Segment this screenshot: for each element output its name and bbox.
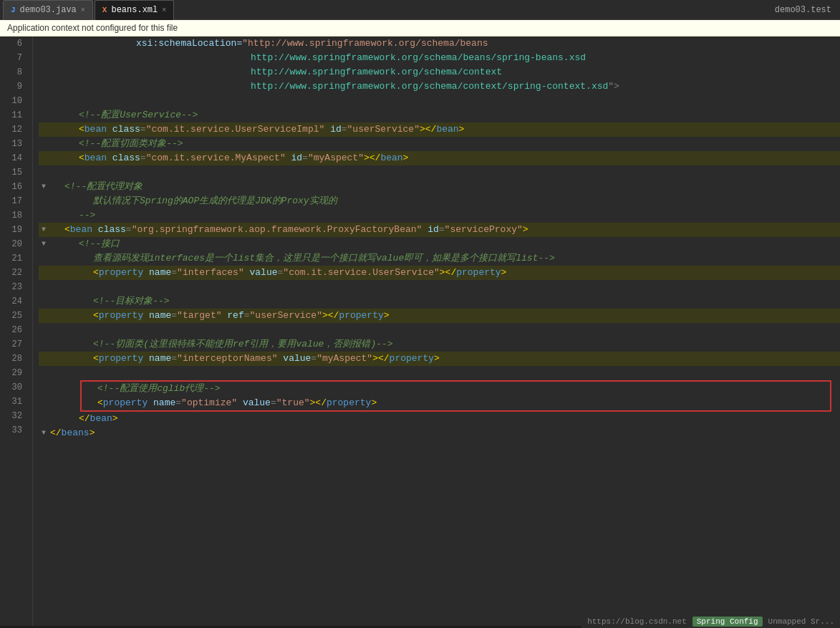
line-num-24: 24 (0, 294, 26, 309)
red-border-group: <!--配置使用cglib代理--> <property name="optim… (80, 380, 831, 412)
line-num-22: 22 (0, 266, 26, 280)
code-line-22: <property name="interfaces" value="com.i… (39, 266, 840, 280)
line-num-25: 25 (0, 309, 26, 323)
code-line-15 (39, 165, 840, 180)
code-line-17: 默认情况下Spring的AOP生成的代理是JDK的Proxy实现的 (39, 194, 840, 208)
line-num-23: 23 (0, 280, 26, 294)
code-line-7: http://www.springframework.org/schema/be… (39, 51, 840, 65)
line-num-33: 33 (0, 423, 26, 438)
code-line-13: <!--配置切面类对象--> (39, 137, 840, 151)
code-line-12: <bean class="com.it.service.UserServiceI… (39, 122, 840, 137)
code-line-23 (39, 280, 840, 294)
code-line-29 (39, 366, 840, 380)
editor-area: 6 7 8 9 10 11 12 13 14 15 16 17 18 19 20… (0, 37, 840, 626)
code-line-30: <!--配置使用cglib代理--> (82, 382, 830, 396)
tab-beans-xml[interactable]: X beans.xml × (95, 0, 174, 20)
status-url: https://blog.csdn.net (587, 617, 687, 626)
code-line-26 (39, 323, 840, 337)
line-num-21: 21 (0, 251, 26, 266)
java-file-icon: J (11, 6, 16, 14)
line-num-26: 26 (0, 323, 26, 337)
tab-demo03-java[interactable]: J demo03.java × (3, 0, 93, 20)
line-numbers: 6 7 8 9 10 11 12 13 14 15 16 17 18 19 20… (0, 37, 33, 626)
line-num-18: 18 (0, 208, 26, 223)
code-line-28: <property name="interceptorNames" value=… (39, 352, 840, 366)
code-line-6: xsi:schemaLocation="http://www.springfra… (39, 37, 840, 51)
unmapped-text: Unmapped Sr... (768, 617, 834, 626)
code-line-11: <!--配置UserService--> (39, 108, 840, 122)
line-num-17: 17 (0, 194, 26, 208)
editor-window: J demo03.java × X beans.xml × demo03.tes… (0, 0, 840, 626)
line-num-28: 28 (0, 352, 26, 366)
code-line-9: http://www.springframework.org/schema/co… (39, 79, 840, 94)
close-icon[interactable]: × (81, 6, 85, 14)
line-num-7: 7 (0, 51, 26, 65)
close-icon[interactable]: × (162, 6, 166, 14)
code-content[interactable]: xsi:schemaLocation="http://www.springfra… (33, 37, 840, 626)
line-num-14: 14 (0, 151, 26, 165)
code-line-8: http://www.springframework.org/schema/co… (39, 65, 840, 79)
code-line-16: ▼ <!--配置代理对象 (39, 180, 840, 194)
line-num-32: 32 (0, 409, 26, 423)
fold-icon-20[interactable]: ▼ (39, 239, 49, 249)
warning-text: Application context not configured for t… (7, 23, 178, 33)
code-line-14: <bean class="com.it.service.MyAspect" id… (39, 151, 840, 165)
code-line-20: ▼ <!--接口 (39, 237, 840, 251)
line-num-12: 12 (0, 122, 26, 137)
fold-icon-33[interactable]: ▼ (39, 428, 49, 438)
line-num-6: 6 (0, 37, 26, 51)
line-num-15: 15 (0, 165, 26, 180)
tab-bar: J demo03.java × X beans.xml × demo03.tes… (0, 0, 840, 20)
code-line-27: <!--切面类(这里很特殊不能使用ref引用，要用value，否则报错)--> (39, 337, 840, 352)
line-num-11: 11 (0, 108, 26, 122)
code-line-33: ▼ </beans> (39, 426, 840, 440)
xml-file-icon: X (102, 6, 107, 14)
line-num-29: 29 (0, 366, 26, 380)
code-line-10 (39, 94, 840, 108)
line-num-20: 20 (0, 237, 26, 251)
line-num-30: 30 (0, 380, 26, 395)
code-line-21: 查看源码发现interfaces是一个list集合，这里只是一个接口就写valu… (39, 251, 840, 266)
status-bar: https://blog.csdn.net Spring Config Unma… (581, 615, 840, 628)
warning-banner: Application context not configured for t… (0, 20, 840, 37)
code-line-31: <property name="optimize" value="true"><… (82, 396, 830, 410)
code-line-19: ▼ <bean class="org.springframework.aop.f… (39, 223, 840, 237)
line-num-9: 9 (0, 79, 26, 94)
tab-right-label: demo03.test (775, 5, 837, 15)
line-num-19: 19 (0, 223, 26, 237)
line-num-13: 13 (0, 137, 26, 151)
code-line-32: </bean> (39, 412, 840, 426)
tab-label: beans.xml (111, 5, 158, 15)
line-num-31: 31 (0, 395, 26, 409)
line-num-27: 27 (0, 337, 26, 352)
tab-label: demo03.java (20, 5, 77, 15)
spring-config-text: Spring Config (697, 617, 758, 626)
spring-config-badge: Spring Config (692, 617, 763, 627)
code-line-25: <property name="target" ref="userService… (39, 309, 840, 323)
code-line-18: --> (39, 208, 840, 223)
line-num-10: 10 (0, 94, 26, 108)
line-num-16: 16 (0, 180, 26, 194)
line-num-8: 8 (0, 65, 26, 79)
fold-icon-16[interactable]: ▼ (39, 182, 49, 192)
fold-icon-19[interactable]: ▼ (39, 225, 49, 235)
code-line-24: <!--目标对象--> (39, 294, 840, 309)
